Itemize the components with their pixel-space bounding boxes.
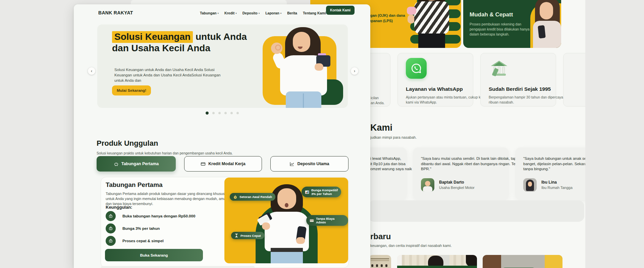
news-subheading: keuangan, dan cerita inspiratif dari nas… [370,244,452,248]
nav-item-deposito[interactable]: Deposito▾ [243,11,260,15]
kontak-kami-button[interactable]: Kontak Kami [326,6,355,15]
avatar [523,178,537,192]
testimonials-subheading: judkan mimpi para nasabah. [370,135,417,139]
promo-badge-admin: Tanpa Biaya Admin [306,215,348,226]
testimonial-quote: i lewat WhatsApp, it Rp10 juta dan bisa … [370,156,412,172]
testimonial-name: Baptak Darto [439,180,464,185]
products-subheading: Solusi keuangan praktis untuk kebutuhan … [97,151,233,155]
brand-logo[interactable]: BANK RAKYAT [98,10,133,15]
line-chart-icon [289,161,294,166]
bar-chart-icon [305,190,309,194]
feature-card-clipped [563,53,585,107]
feature-body: Berpengalaman hampir 30 tahun dan diperc… [489,95,563,105]
feature-card-whatsapp: Layanan via WhatsApp Ajukan pertanyaan a… [397,53,473,107]
news-heading: rbaru [370,232,391,241]
product-promo-card: $ Setoran Awal Rendah Bunga Kompetitif3%… [224,178,348,263]
mulai-sekarang-button[interactable]: Mulai Sekarang! [112,85,151,95]
chevron-down-icon: ▾ [259,12,260,14]
hero-title: Solusi Keuangan untuk Anda dan Usaha Kec… [112,31,247,54]
nav-item-kredit[interactable]: Kredit▾ [224,11,237,15]
credit-card-icon [310,218,314,223]
avatar [421,178,434,192]
tab-tabungan-pertama[interactable]: Tabungan Pertama [97,156,176,172]
hero-description: Solusi Keuangan untuk Anda dan Usaha Kec… [114,67,221,83]
testimonial-role: Ibu Rumah Tangga [541,186,573,190]
bag-arrow-icon [106,223,116,233]
news-card-photo[interactable] [483,255,562,268]
tab-kredit-modal-kerja[interactable]: Kredit Modal Kerja [184,156,262,172]
product-description: Tabungan Pertama adalah produk tabungan … [106,191,229,206]
hero-section: Solusi Keuangan untuk Anda dan Usaha Kec… [97,24,348,108]
nav-item-tentang-kami[interactable]: Tentang Kami [303,11,326,15]
page-screenshot-main: BANK RAKYAT Tabungan▾ Kredit▾ Deposito▾ … [74,4,370,268]
promo-badge-setoran: $ Setoran Awal Rendah [230,193,275,201]
carousel-dot[interactable] [230,112,233,114]
credit-card-icon [201,161,206,166]
carousel-dot[interactable] [236,112,239,114]
background-sheet [131,0,287,4]
nav-item-tabungan[interactable]: Tabungan▾ [200,11,219,15]
feature-card-1995: Sudah Berdiri Sejak 1995 Berpengalaman h… [480,53,556,107]
benefit-item: Bunga 3% per tahun [106,223,160,233]
carousel-dot[interactable] [218,112,221,114]
whatsapp-icon [406,58,427,79]
buka-sekarang-button[interactable]: Buka Sekarang [105,249,203,261]
product-detail-panel: Tabungan Pertama Tabungan Pertama adalah… [101,177,349,268]
piggy-bank-prop [407,7,416,15]
benefit-item: Buka tabungan hanya dengan Rp50.000 [106,211,195,221]
next-section-edge [101,266,255,268]
carousel-dot[interactable] [212,112,215,114]
products-heading: Produk Unggulan [97,139,158,148]
promo-badge-proses: Proses Cepat [231,232,264,239]
feature-body: Ajukan pertanyaan atau minta bantuan, cu… [406,95,489,105]
testimonial-card: "Saya butuh tabungan untuk anak sekolah.… [515,147,585,200]
news-card-photo[interactable] [397,255,477,268]
tab-deposito-utama[interactable]: Deposito Utama [270,156,348,172]
chevron-right-icon: › [354,69,355,73]
piggy-bank-icon [114,161,119,166]
section-divider-band [368,200,584,222]
testimonial-quote: "Saya butuh tabungan untuk anak sekolah.… [523,156,585,172]
testimonial-card: "Saya baru mulai usaha sendiri. Di bank … [413,147,509,200]
testimonials-heading: Kami [370,123,392,133]
bag-arrow-icon [106,211,116,221]
testimonial-role: Usaha Bengkel Motor [439,186,475,190]
news-card-photo[interactable] [369,255,391,268]
chevron-left-icon: ‹ [91,69,92,73]
carousel-next-button[interactable]: › [351,67,358,75]
speed-card-body: Proses pembukaan rekening dan pengajuan … [470,22,530,37]
chevron-down-icon: ▾ [235,12,237,14]
product-title: Tabungan Pertama [106,181,163,189]
testimonial-name: Ibu Lina [541,180,557,185]
hero-title-highlight: Solusi Keuangan [112,31,193,43]
chevron-down-icon: ▾ [217,12,219,14]
hourglass-icon [234,233,238,238]
main-nav: Tabungan▾ Kredit▾ Deposito▾ Laporan▾ Ber… [200,8,340,18]
carousel-dot[interactable] [224,112,227,114]
speed-card-title: Mudah & Cepatt [470,11,513,18]
nav-item-berita[interactable]: Berita [287,11,297,15]
bag-arrow-icon [106,236,116,246]
feature-card-partial-text: icilan an Anda. [371,95,384,106]
nav-item-laporan[interactable]: Laporan▾ [265,11,281,15]
promo-badge-bunga: Bunga Kompetitif3% per Tahun [302,187,341,197]
chevron-down-icon: ▾ [280,12,282,14]
speed-benefit-card: Mudah & Cepatt Proses pembukaan rekening… [463,0,561,48]
carousel-dot-active[interactable] [206,112,209,115]
benefits-label: Keunggulan: [106,205,132,210]
carousel-prev-button[interactable]: ‹ [88,67,95,75]
feature-title: Sudah Berdiri Sejak 1995 [489,86,551,92]
carousel-dots [74,112,370,115]
trust-card-text: ngan (OJK) dan dana mpanan (LPS) [368,13,405,23]
bank-building-icon [489,58,509,79]
money-bag-icon: $ [233,195,237,199]
feature-title: Layanan via WhatsApp [406,86,463,92]
benefit-item: Proses cepat & simpel [106,236,164,246]
